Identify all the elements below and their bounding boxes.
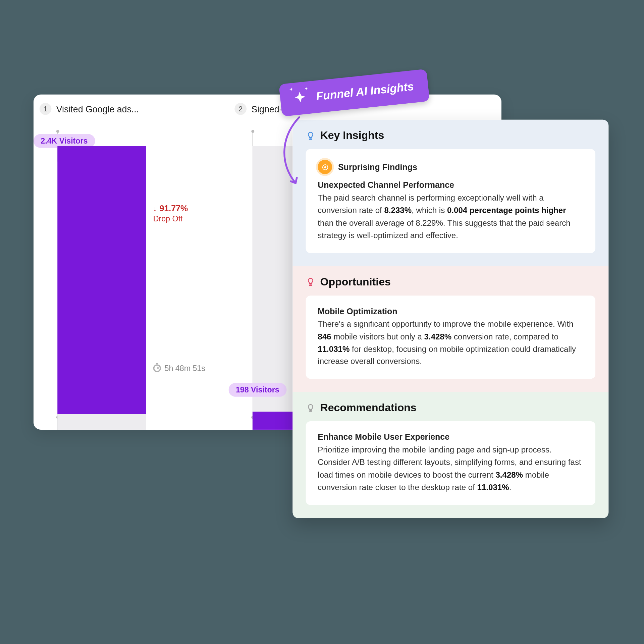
card-subtitle: Mobile Optimization <box>318 306 583 316</box>
card-body: Prioritize improving the mobile landing … <box>318 444 583 494</box>
avg-time-value: 5h 48m 51s <box>165 364 205 373</box>
lightbulb-icon <box>306 403 316 413</box>
dropoff-label: Drop Off <box>153 214 222 223</box>
visitors-pill: 198 Visitors <box>228 383 286 397</box>
step-title: Visited Google ads... <box>56 104 139 114</box>
bar-foreground <box>57 146 146 414</box>
ai-insights-label-text: Funnel AI Insights <box>316 80 415 103</box>
funnel-step-1: 1 Visited Google ads... 2.4K Visitors ↓ … <box>34 95 229 430</box>
step-number-badge: 1 <box>40 103 52 115</box>
card-badge-text: Surprising Findings <box>338 162 417 172</box>
arrow-down-icon: ↓ <box>153 204 157 213</box>
dropoff-percent: 91.77% <box>159 204 188 213</box>
section-title: Recommendations <box>320 402 416 414</box>
section-title: Opportunities <box>320 276 391 288</box>
card-body: There's a significant opportunity to imp… <box>318 318 583 368</box>
step-number-badge: 2 <box>234 103 247 115</box>
section-opportunities: Opportunities Mobile Optimization There'… <box>292 266 608 392</box>
card-body: The paid search channel is performing ex… <box>318 192 583 242</box>
svg-point-1 <box>324 166 326 168</box>
ai-insights-panel: Key Insights Surprising Findings Unexpec… <box>292 120 608 518</box>
dropoff-metric: ↓ 91.77% Drop Off <box>153 204 222 223</box>
card-subtitle: Unexpected Channel Performance <box>318 180 583 190</box>
card-subtitle: Enhance Mobile User Experience <box>318 432 583 442</box>
sparkle-icon <box>289 87 311 110</box>
section-key-insights: Key Insights Surprising Findings Unexpec… <box>292 120 608 266</box>
section-recommendations: Recommendations Enhance Mobile User Expe… <box>292 392 608 518</box>
stopwatch-icon <box>153 364 161 372</box>
section-title: Key Insights <box>320 129 384 142</box>
insight-card: Mobile Optimization There's a significan… <box>306 296 595 379</box>
insight-card: Enhance Mobile User Experience Prioritiz… <box>306 422 595 505</box>
lightbulb-icon <box>306 277 316 287</box>
insight-card: Surprising Findings Unexpected Channel P… <box>306 149 595 253</box>
avg-time-metric: 5h 48m 51s <box>153 364 205 373</box>
arrow-curve-icon <box>275 114 323 192</box>
